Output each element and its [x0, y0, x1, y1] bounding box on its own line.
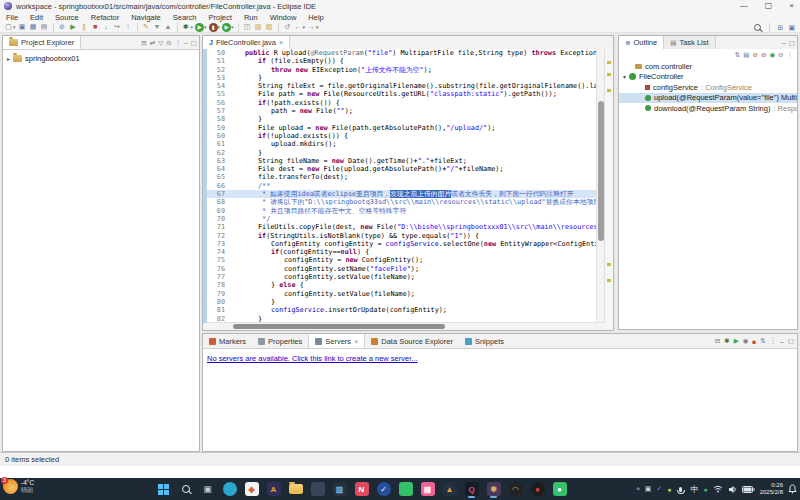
hide-non-public-icon[interactable]: ◉ — [769, 51, 775, 59]
debug-server-icon[interactable]: ✱ — [724, 337, 729, 345]
edge-browser[interactable] — [221, 480, 238, 498]
categorize-icon[interactable]: ▤ — [743, 51, 749, 59]
file-explorer[interactable] — [287, 480, 304, 498]
occurrence-marker[interactable] — [607, 73, 611, 76]
stop-server-icon[interactable]: ■ — [752, 338, 756, 345]
collapse-all-icon[interactable]: ⊟ — [141, 36, 146, 49]
app-dim[interactable] — [309, 480, 326, 498]
microphone-icon[interactable] — [679, 487, 682, 492]
view-menu-icon[interactable]: ⋮ — [175, 36, 182, 49]
tab-servers[interactable]: Servers× — [308, 334, 365, 348]
menu-search[interactable]: Search — [167, 13, 203, 22]
menu-file[interactable]: File — [0, 13, 24, 22]
maximize-icon[interactable]: ▢ — [191, 36, 197, 49]
search-button[interactable] — [177, 480, 194, 498]
link-with-editor-icon[interactable]: ⇄ — [150, 36, 155, 49]
maximize-icon[interactable]: ▢ — [789, 36, 795, 49]
outline-item[interactable]: ▾FileController — [619, 72, 797, 83]
menu-run[interactable]: Run — [238, 13, 264, 22]
horizontal-scrollbar-thumb[interactable] — [233, 324, 445, 329]
dropdown-arrow-icon[interactable]: ▾ — [303, 24, 306, 30]
wechat[interactable]: ● — [551, 480, 568, 498]
tab-project-explorer[interactable]: Project Explorer — [3, 36, 81, 49]
save-all-icon[interactable]: ▦ — [28, 22, 39, 32]
code-editor-area[interactable]: 50public R upload(@RequestParam("file") … — [203, 49, 605, 323]
last-edit-location-icon[interactable]: ↺ — [282, 22, 293, 32]
battery-icon[interactable] — [742, 486, 755, 493]
tab-snippets[interactable]: Snippets — [459, 334, 510, 348]
open-perspective-button[interactable]: ⊞ — [778, 24, 784, 32]
coverage-icon[interactable]: ▮ — [209, 23, 218, 32]
search-icon[interactable] — [754, 24, 761, 31]
step-return-icon[interactable]: ↑ — [123, 22, 134, 32]
view-menu-icon[interactable]: ⋮ — [770, 337, 777, 345]
minimize-icon[interactable]: – — [184, 36, 188, 49]
tab-properties[interactable]: Properties — [252, 334, 308, 348]
tree-item-project[interactable]: ▸ springbootxxx01 — [7, 54, 80, 63]
outline-item[interactable]: com.controller — [619, 61, 797, 72]
app-red[interactable]: N — [353, 480, 370, 498]
close-tab-icon[interactable]: × — [279, 39, 283, 46]
tray-green-icon[interactable]: ● — [703, 486, 707, 493]
tab-markers[interactable]: Markers — [203, 334, 252, 348]
taskbar-clock[interactable]: 0:26 2025/2/8 — [760, 482, 783, 496]
tab-filecontroller-java[interactable]: J FileController.java × — [203, 36, 290, 49]
horizontal-scrollbar[interactable] — [203, 322, 605, 330]
mark-occurrences-icon[interactable]: ✎ — [141, 22, 152, 32]
dropdown-arrow-icon[interactable]: ▾ — [218, 24, 221, 30]
new-java-project-icon[interactable]: ◫ — [242, 22, 253, 32]
run-icon[interactable]: ▶ — [195, 23, 204, 32]
resume-icon[interactable]: ▶ — [68, 22, 79, 32]
weather-widget[interactable]: 3 -4°C 晴朗 — [3, 479, 34, 494]
open-folder-icon[interactable]: ▨ — [253, 22, 264, 32]
save-icon[interactable]: ▣ — [17, 22, 28, 32]
external-tools-icon[interactable]: ▶ — [222, 23, 231, 32]
outline-item[interactable]: download(@RequestParam String) : Respons… — [619, 103, 797, 114]
start-button[interactable] — [155, 480, 172, 498]
java-ee-perspective-button[interactable]: ▣ — [788, 24, 795, 32]
tray-app-icon[interactable]: ▣ — [645, 485, 652, 493]
tab-task-list[interactable]: ▤ Task List — [664, 36, 715, 49]
chevron-down-icon[interactable]: ▾ — [623, 73, 626, 80]
notifications-bell-icon[interactable] — [788, 484, 797, 494]
collapse-all-icon[interactable]: ⊟ — [715, 337, 720, 345]
menu-window[interactable]: Window — [264, 13, 303, 22]
skip-breakpoints-icon[interactable]: ⊘ — [57, 22, 68, 32]
menu-project[interactable]: Project — [203, 13, 238, 22]
sort-icon[interactable]: ⇅ — [735, 51, 740, 59]
publish-server-icon[interactable]: ⇅ — [760, 337, 765, 345]
outline-item[interactable]: upload(@RequestParam(value="file") Multi… — [619, 93, 797, 104]
create-server-link[interactable]: No servers are available. Click this lin… — [207, 354, 418, 363]
app-paint[interactable]: ✱ — [485, 480, 502, 498]
occurrence-marker[interactable] — [607, 263, 611, 266]
menu-edit[interactable]: Edit — [24, 13, 49, 22]
view-menu-icon[interactable]: ⋮ — [787, 51, 794, 59]
close-button[interactable]: × — [789, 0, 794, 12]
tab-outline[interactable]: ≣ Outline — [619, 36, 664, 49]
dropdown-arrow-icon[interactable]: ▾ — [204, 24, 207, 30]
dropdown-arrow-icon[interactable]: ▾ — [13, 24, 16, 30]
print-icon[interactable]: ▤ — [39, 22, 50, 32]
occurrence-marker[interactable] — [607, 279, 611, 282]
tray-check-icon[interactable]: ✓ — [656, 485, 662, 493]
wifi-icon[interactable] — [713, 485, 723, 493]
app-flame[interactable]: ▲ — [441, 480, 458, 498]
app-check[interactable]: ✓ — [375, 480, 392, 498]
microsoft-store[interactable]: ◆ — [243, 480, 260, 498]
outline-item[interactable]: configService : ConfigService — [619, 82, 797, 93]
hide-static-members-icon[interactable]: ⊘ — [761, 51, 766, 59]
dropdown-arrow-icon[interactable]: ▾ — [316, 24, 319, 30]
chevron-right-icon[interactable]: ▸ — [7, 55, 10, 62]
minimize-button[interactable]: — — [740, 0, 748, 12]
hide-fields-icon[interactable]: ⊘ — [752, 51, 757, 59]
minimize-icon[interactable]: – — [780, 338, 784, 345]
terminate-icon[interactable]: ■ — [90, 22, 101, 32]
suspend-icon[interactable]: ∥ — [79, 22, 90, 32]
minimize-icon[interactable]: – — [782, 36, 786, 49]
occurrence-marker[interactable] — [607, 89, 611, 92]
menu-source[interactable]: Source — [49, 13, 85, 22]
dropdown-arrow-icon[interactable]: ▾ — [191, 24, 194, 30]
start-server-icon[interactable]: ▶ — [734, 337, 739, 345]
screen-recorder[interactable]: ● — [529, 480, 546, 498]
app-pink[interactable]: ▦ — [419, 480, 436, 498]
